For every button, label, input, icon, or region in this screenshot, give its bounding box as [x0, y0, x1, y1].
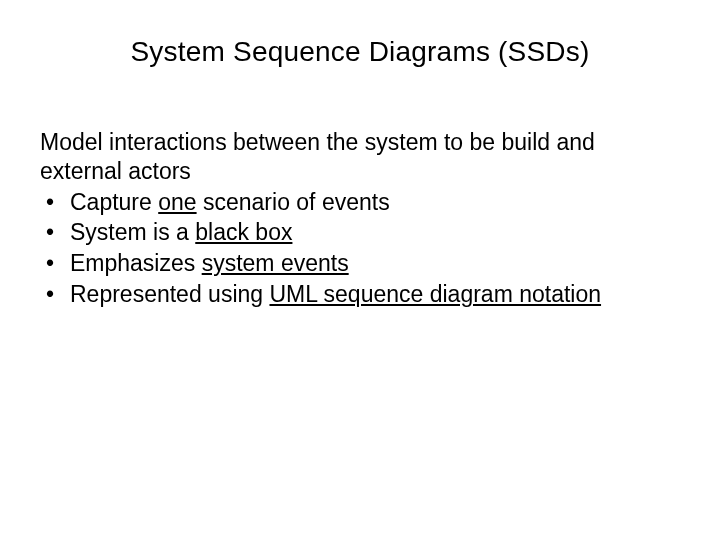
bullet-text-pre: Emphasizes — [70, 250, 202, 276]
bullet-text-pre: Represented using — [70, 281, 269, 307]
bullet-text-pre: System is a — [70, 219, 195, 245]
slide-body: Model interactions between the system to… — [40, 128, 680, 309]
list-item: Represented using UML sequence diagram n… — [40, 280, 680, 309]
bullet-text-underline: one — [158, 189, 196, 215]
bullet-text-underline: system events — [202, 250, 349, 276]
bullet-text-underline: black box — [195, 219, 292, 245]
bullet-list: Capture one scenario of events System is… — [40, 188, 680, 309]
slide-title: System Sequence Diagrams (SSDs) — [40, 36, 680, 68]
list-item: Emphasizes system events — [40, 249, 680, 278]
slide: System Sequence Diagrams (SSDs) Model in… — [0, 0, 720, 540]
list-item: Capture one scenario of events — [40, 188, 680, 217]
bullet-text-post: scenario of events — [197, 189, 390, 215]
bullet-text-underline: UML sequence diagram notation — [269, 281, 601, 307]
intro-text: Model interactions between the system to… — [40, 128, 680, 186]
bullet-text-pre: Capture — [70, 189, 158, 215]
list-item: System is a black box — [40, 218, 680, 247]
